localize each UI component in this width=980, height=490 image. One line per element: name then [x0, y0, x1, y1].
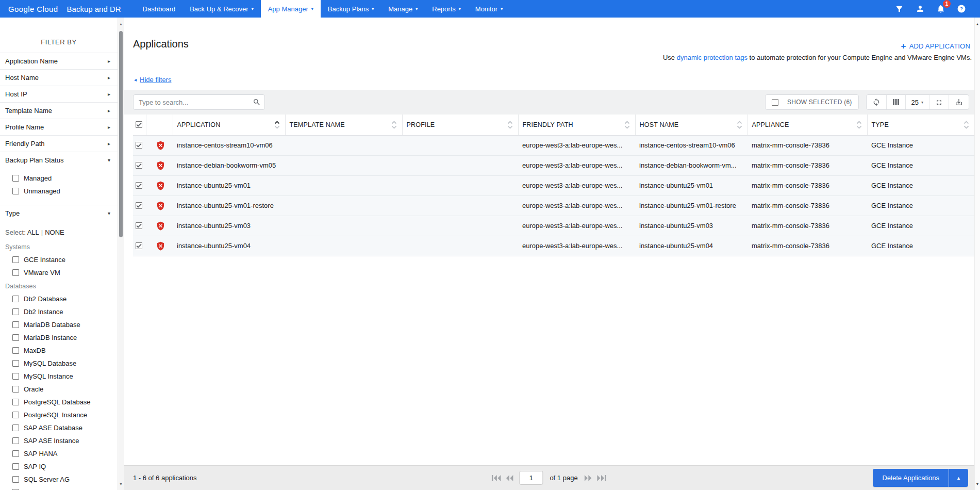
- checkbox[interactable]: [12, 424, 19, 431]
- add-application-button[interactable]: + ADD APPLICATION: [901, 42, 970, 51]
- type-option-mysql-database[interactable]: MySQL Database: [0, 357, 118, 370]
- page-scrollbar[interactable]: ▲ ▼: [974, 18, 980, 490]
- checkbox[interactable]: [12, 437, 19, 444]
- delete-applications-button[interactable]: Delete Applications: [873, 469, 949, 487]
- nav-item-app-manager[interactable]: App Manager▾: [261, 0, 321, 18]
- nav-item-reports[interactable]: Reports▾: [425, 0, 468, 18]
- column-header-application[interactable]: APPLICATION: [173, 115, 285, 135]
- checkbox[interactable]: [12, 476, 19, 483]
- show-selected-toggle[interactable]: SHOW SELECTED (6): [765, 94, 858, 110]
- show-selected-checkbox[interactable]: [772, 99, 778, 106]
- filter-type[interactable]: Type ▾: [0, 205, 118, 221]
- filter-host-name[interactable]: Host Name▸: [0, 69, 118, 86]
- row-checkbox[interactable]: [136, 202, 142, 209]
- row-checkbox[interactable]: [136, 242, 142, 249]
- type-option-postgresql-instance[interactable]: PostgreSQL Instance: [0, 409, 118, 421]
- checkbox[interactable]: [12, 386, 19, 393]
- download-button[interactable]: [949, 95, 969, 109]
- delete-dropdown-toggle[interactable]: ▲: [949, 469, 968, 487]
- row-checkbox[interactable]: [136, 222, 142, 229]
- filter-template-name[interactable]: Template Name▸: [0, 102, 118, 119]
- column-header-host-name[interactable]: HOST NAME: [635, 115, 748, 135]
- type-option-sap-hana[interactable]: SAP HANA: [0, 447, 118, 460]
- scroll-up-icon[interactable]: ▲: [975, 22, 980, 27]
- column-header-type[interactable]: TYPE: [867, 115, 974, 135]
- type-option-db2-database[interactable]: Db2 Database: [0, 292, 118, 305]
- type-option-sap-iq[interactable]: SAP IQ: [0, 460, 118, 473]
- table-row[interactable]: instance-ubuntu25-vm03europe-west3-a:lab…: [133, 216, 974, 236]
- nav-item-manage[interactable]: Manage▾: [381, 0, 425, 18]
- type-option-postgresql-database[interactable]: PostgreSQL Database: [0, 396, 118, 409]
- type-option-oracle[interactable]: Oracle: [0, 383, 118, 396]
- filter-profile-name[interactable]: Profile Name▸: [0, 119, 118, 135]
- checkbox[interactable]: [12, 321, 19, 328]
- filter-host-ip[interactable]: Host IP▸: [0, 86, 118, 102]
- checkbox[interactable]: [12, 373, 19, 380]
- sidebar-scrollbar-thumb[interactable]: [119, 31, 123, 237]
- nav-item-monitor[interactable]: Monitor▾: [468, 0, 510, 18]
- select-none-link[interactable]: NONE: [45, 228, 64, 236]
- table-row[interactable]: instance-ubuntu25-vm01-restoreeurope-wes…: [133, 195, 974, 216]
- filter-backup-plan-status[interactable]: Backup Plan Status▾: [0, 152, 118, 168]
- type-option-gce-instance[interactable]: GCE Instance: [0, 253, 118, 266]
- type-option-mariadb-instance[interactable]: MariaDB Instance: [0, 331, 118, 344]
- row-checkbox[interactable]: [136, 162, 142, 169]
- select-all-link[interactable]: ALL: [27, 228, 39, 236]
- filter-icon[interactable]: [894, 4, 904, 14]
- next-page-button[interactable]: [585, 475, 592, 481]
- checkbox[interactable]: [12, 188, 19, 194]
- table-row[interactable]: instance-ubuntu25-vm04europe-west3-a:lab…: [133, 236, 974, 256]
- page-number-input[interactable]: [519, 471, 543, 485]
- columns-button[interactable]: [886, 95, 905, 109]
- nav-item-backup-plans[interactable]: Backup Plans▾: [321, 0, 381, 18]
- refresh-button[interactable]: [867, 95, 886, 109]
- nav-item-dashboard[interactable]: Dashboard: [136, 0, 183, 18]
- scroll-up-icon[interactable]: ▲: [118, 22, 124, 27]
- last-page-button[interactable]: [597, 475, 607, 481]
- table-row[interactable]: instance-debian-bookworm-vm05europe-west…: [133, 155, 974, 175]
- type-option-vmware-vm[interactable]: VMware VM: [0, 266, 118, 279]
- type-option-maxdb[interactable]: MaxDB: [0, 344, 118, 357]
- filter-option-unmanaged[interactable]: Unmanaged: [0, 185, 118, 198]
- sidebar-scrollbar[interactable]: ▲ ▼: [118, 18, 124, 490]
- help-icon[interactable]: ?: [956, 4, 966, 14]
- checkbox[interactable]: [12, 412, 19, 418]
- checkbox[interactable]: [12, 256, 19, 263]
- hide-filters-link[interactable]: ◂ Hide filters: [134, 76, 171, 84]
- checkbox[interactable]: [12, 463, 19, 470]
- page-size-select[interactable]: 25 ▾: [905, 95, 929, 109]
- dynamic-protection-tags-link[interactable]: dynamic protection tags: [677, 54, 748, 61]
- checkbox[interactable]: [12, 175, 19, 182]
- checkbox[interactable]: [12, 308, 19, 315]
- checkbox[interactable]: [12, 269, 19, 276]
- scroll-down-icon[interactable]: ▼: [118, 482, 124, 487]
- type-option-sql-server-ag[interactable]: SQL Server AG: [0, 473, 118, 486]
- fullscreen-button[interactable]: [929, 95, 949, 109]
- type-option-sap-ase-instance[interactable]: SAP ASE Instance: [0, 434, 118, 447]
- type-option-sap-ase-database[interactable]: SAP ASE Database: [0, 421, 118, 434]
- row-checkbox[interactable]: [136, 142, 142, 149]
- filter-option-managed[interactable]: Managed: [0, 172, 118, 185]
- type-option-db2-instance[interactable]: Db2 Instance: [0, 305, 118, 318]
- column-header-profile[interactable]: PROFILE: [402, 115, 518, 135]
- checkbox[interactable]: [12, 360, 19, 367]
- checkbox[interactable]: [12, 334, 19, 341]
- column-header-template-name[interactable]: TEMPLATE NAME: [285, 115, 402, 135]
- nav-item-back-up-recover[interactable]: Back Up & Recover▾: [182, 0, 260, 18]
- user-icon[interactable]: [915, 4, 925, 14]
- filter-friendly-path[interactable]: Friendly Path▸: [0, 135, 118, 152]
- prev-page-button[interactable]: [506, 475, 513, 481]
- checkbox[interactable]: [12, 450, 19, 457]
- column-header-friendly-path[interactable]: FRIENDLY PATH: [518, 115, 635, 135]
- select-all-checkbox[interactable]: [136, 121, 142, 128]
- type-option-mysql-instance[interactable]: MySQL Instance: [0, 370, 118, 383]
- checkbox[interactable]: [12, 347, 19, 354]
- checkbox[interactable]: [12, 296, 19, 302]
- checkbox[interactable]: [12, 399, 19, 405]
- search-input[interactable]: [133, 94, 265, 110]
- scroll-down-icon[interactable]: ▼: [975, 482, 980, 487]
- filter-application-name[interactable]: Application Name▸: [0, 53, 118, 69]
- row-checkbox[interactable]: [136, 182, 142, 189]
- type-option-sql-server-database[interactable]: SQL Server Database: [0, 486, 118, 490]
- first-page-button[interactable]: [491, 475, 501, 481]
